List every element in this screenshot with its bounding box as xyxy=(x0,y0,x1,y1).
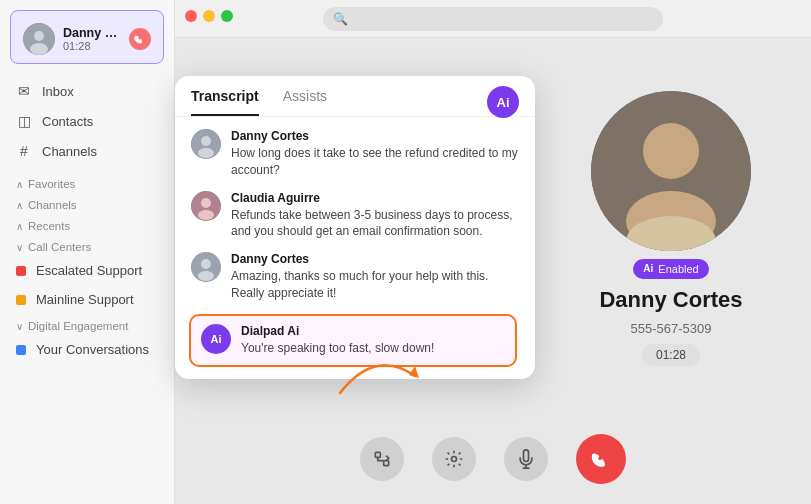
end-call-button[interactable] xyxy=(576,434,626,484)
message-3: Danny Cortes Amazing, thanks so much for… xyxy=(191,252,519,302)
msg-text-3: Amazing, thanks so much for your help wi… xyxy=(231,268,519,302)
caller-name-sidebar: Danny Cortes xyxy=(63,26,121,40)
favorites-label: Favorites xyxy=(28,178,75,190)
escalated-dot xyxy=(16,266,26,276)
channels-label: Channels xyxy=(42,144,97,159)
svg-point-10 xyxy=(201,259,211,269)
conversations-dot xyxy=(16,345,26,355)
msg-text-1: How long does it take to see the refund … xyxy=(231,145,519,179)
chevron-icon: ∨ xyxy=(16,321,23,332)
inbox-label: Inbox xyxy=(42,84,74,99)
enabled-label: Enabled xyxy=(658,263,698,275)
message-4: Ai Dialpad Ai You're speaking too fast, … xyxy=(191,314,519,367)
ai-avatar-text: Ai xyxy=(211,333,222,345)
main-area: 🔍 Transcript Assists Ai xyxy=(175,0,811,504)
favorites-section[interactable]: ∧ Favorites xyxy=(0,172,174,193)
digital-engagement-section[interactable]: ∨ Digital Engagement xyxy=(0,314,174,335)
call-centers-section[interactable]: ∨ Call Centers xyxy=(0,235,174,256)
chevron-icon: ∧ xyxy=(16,179,23,190)
svg-point-11 xyxy=(198,271,214,281)
enabled-badge: Ai Enabled xyxy=(633,259,708,279)
sidebar-item-channels[interactable]: # Channels xyxy=(0,136,174,166)
tab-transcript[interactable]: Transcript xyxy=(191,88,259,116)
msg-name-2: Claudia Aguirre xyxy=(231,191,519,205)
recents-label: Recents xyxy=(28,220,70,232)
msg-name-3: Danny Cortes xyxy=(231,252,519,266)
svg-point-2 xyxy=(30,43,48,55)
call-area: Transcript Assists Ai xyxy=(175,38,811,418)
msg-name-4: Dialpad Ai xyxy=(241,324,505,338)
recents-section[interactable]: ∧ Recents xyxy=(0,214,174,235)
svg-point-8 xyxy=(198,210,214,220)
sidebar-item-mainline[interactable]: Mainline Support xyxy=(0,285,174,314)
avatar xyxy=(23,23,55,55)
settings-button[interactable] xyxy=(432,437,476,481)
avatar-danny-3 xyxy=(191,252,221,282)
caller-card: Ai Enabled Danny Cortes 555-567-5309 01:… xyxy=(591,91,751,366)
active-call-item[interactable]: Danny Cortes 01:28 xyxy=(10,10,164,64)
channels-section-label: Channels xyxy=(28,199,77,211)
maximize-button[interactable] xyxy=(221,10,233,22)
call-timer: 01:28 xyxy=(642,344,700,366)
avatar-danny-1 xyxy=(191,129,221,159)
mute-button[interactable] xyxy=(504,437,548,481)
call-info: Danny Cortes 01:28 xyxy=(63,26,121,52)
minimize-button[interactable] xyxy=(203,10,215,22)
svg-point-4 xyxy=(201,136,211,146)
call-controls xyxy=(175,418,811,504)
svg-point-5 xyxy=(198,148,214,158)
svg-point-20 xyxy=(452,457,457,462)
search-bar[interactable]: 🔍 xyxy=(323,7,663,31)
svg-point-7 xyxy=(201,198,211,208)
avatar-claudia xyxy=(191,191,221,221)
tab-assists[interactable]: Assists xyxy=(283,88,327,116)
close-button[interactable] xyxy=(185,10,197,22)
message-2: Claudia Aguirre Refunds take between 3-5… xyxy=(191,191,519,241)
msg-text-4: You're speaking too fast, slow down! xyxy=(241,340,505,357)
msg-content-1: Danny Cortes How long does it take to se… xyxy=(231,129,519,179)
mainline-dot xyxy=(16,295,26,305)
search-icon: 🔍 xyxy=(333,12,348,26)
channels-section[interactable]: ∧ Channels xyxy=(0,193,174,214)
end-call-small-button[interactable] xyxy=(129,28,151,50)
transcript-messages: Danny Cortes How long does it take to se… xyxy=(175,117,535,379)
escalated-label: Escalated Support xyxy=(36,263,142,278)
hash-icon: # xyxy=(16,143,32,159)
msg-content-3: Danny Cortes Amazing, thanks so much for… xyxy=(231,252,519,302)
ai-message-box: Ai Dialpad Ai You're speaking too fast, … xyxy=(189,314,517,367)
sidebar-item-conversations[interactable]: Your Conversations xyxy=(0,335,174,364)
message-1: Danny Cortes How long does it take to se… xyxy=(191,129,519,179)
nav-section: ✉ Inbox ◫ Contacts # Channels xyxy=(0,70,174,172)
sidebar: Danny Cortes 01:28 ✉ Inbox ◫ Contacts # … xyxy=(0,0,175,504)
msg-text-2: Refunds take between 3-5 business days t… xyxy=(231,207,519,241)
ai-badge-icon: Ai xyxy=(643,263,653,274)
svg-rect-19 xyxy=(384,461,389,466)
call-centers-label: Call Centers xyxy=(28,241,91,253)
caller-avatar xyxy=(591,91,751,251)
sidebar-item-inbox[interactable]: ✉ Inbox xyxy=(0,76,174,106)
contacts-icon: ◫ xyxy=(16,113,32,129)
conversations-label: Your Conversations xyxy=(36,342,149,357)
sidebar-item-contacts[interactable]: ◫ Contacts xyxy=(0,106,174,136)
svg-point-15 xyxy=(643,123,699,179)
sidebar-item-escalated[interactable]: Escalated Support xyxy=(0,256,174,285)
msg-content-2: Claudia Aguirre Refunds take between 3-5… xyxy=(231,191,519,241)
svg-point-1 xyxy=(34,31,44,41)
msg-content-4: Dialpad Ai You're speaking too fast, slo… xyxy=(241,324,505,357)
chevron-icon: ∧ xyxy=(16,221,23,232)
topbar: 🔍 xyxy=(175,0,811,38)
svg-rect-18 xyxy=(375,452,380,457)
msg-name-1: Danny Cortes xyxy=(231,129,519,143)
inbox-icon: ✉ xyxy=(16,83,32,99)
call-time-sidebar: 01:28 xyxy=(63,40,121,52)
window-controls xyxy=(185,10,233,22)
contacts-label: Contacts xyxy=(42,114,93,129)
panel-tabs: Transcript Assists Ai xyxy=(175,76,535,117)
digital-engagement-label: Digital Engagement xyxy=(28,320,128,332)
caller-phone: 555-567-5309 xyxy=(631,321,712,336)
avatar-ai: Ai xyxy=(201,324,231,354)
chevron-icon: ∧ xyxy=(16,200,23,211)
transcript-panel: Transcript Assists Ai xyxy=(175,76,535,379)
caller-name: Danny Cortes xyxy=(599,287,742,313)
transfer-button[interactable] xyxy=(360,437,404,481)
